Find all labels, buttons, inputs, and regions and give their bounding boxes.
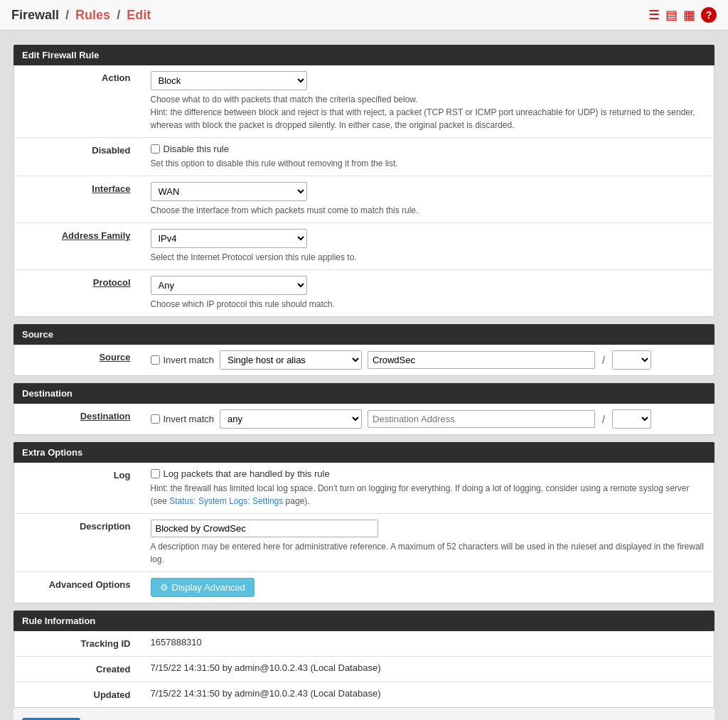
disabled-checkbox[interactable]	[151, 144, 160, 154]
destination-row: Destination Invert match any Single host…	[14, 404, 714, 435]
sliders-icon[interactable]: ☰	[648, 7, 660, 23]
destination-address-input[interactable]	[368, 410, 595, 428]
source-invert-checkbox[interactable]	[151, 355, 160, 365]
log-checkbox[interactable]	[151, 469, 160, 478]
edit-rule-table: Action Block Pass Reject Choose what to …	[14, 65, 714, 317]
destination-controls: Invert match any Single host or alias Ne…	[151, 409, 706, 429]
disabled-hint: Set this option to disable this rule wit…	[151, 157, 706, 170]
destination-cidr-select[interactable]: 8 16 24 32	[612, 409, 651, 429]
protocol-select[interactable]: Any TCP UDP ICMP	[151, 276, 307, 295]
tracking-id-label: Tracking ID	[14, 631, 142, 657]
section-edit-rule: Edit Firewall Rule	[14, 45, 714, 65]
description-hint: A description may be entered here for ad…	[151, 540, 706, 566]
log-hint: Hint: the firewall has limited local log…	[151, 482, 706, 507]
breadcrumb: Firewall / Rules / Edit	[11, 8, 151, 23]
action-hint: Choose what to do with packets that matc…	[151, 93, 706, 131]
destination-value-cell: Invert match any Single host or alias Ne…	[142, 404, 714, 435]
protocol-value-cell: Any TCP UDP ICMP Choose which IP protoco…	[142, 270, 714, 317]
interface-row: Interface WAN LAN Choose the interface f…	[14, 176, 714, 223]
created-label: Created	[14, 657, 142, 682]
protocol-hint: Choose which IP protocol this rule shoul…	[151, 298, 706, 311]
destination-type-select[interactable]: any Single host or alias Network WAN add…	[220, 409, 362, 429]
section-destination: Destination	[14, 383, 714, 404]
destination-invert-label[interactable]: Invert match	[151, 414, 215, 424]
interface-hint: Choose the interface from which packets …	[151, 204, 706, 217]
source-cidr-select[interactable]: 8 16 24 32	[612, 350, 651, 370]
protocol-row: Protocol Any TCP UDP ICMP Choose which I…	[14, 270, 714, 317]
disabled-row: Disabled Disable this rule Set this opti…	[14, 138, 714, 176]
interface-value-cell: WAN LAN Choose the interface from which …	[142, 176, 714, 223]
breadcrumb-rules[interactable]: Rules	[75, 8, 110, 22]
bottom-bar: Save	[14, 708, 714, 720]
top-icons-group: ☰ ▤ ▦ ?	[648, 7, 717, 23]
source-controls: Invert match Single host or alias any Ne…	[151, 350, 706, 370]
address-family-hint: Select the Internet Protocol version thi…	[151, 251, 706, 264]
section-rule-information: Rule Information	[14, 611, 714, 631]
created-value: 7/15/22 14:31:50 by admin@10.0.2.43 (Loc…	[142, 657, 714, 682]
address-family-value-cell: IPv4 IPv6 IPv4+IPv6 Select the Internet …	[142, 223, 714, 270]
log-checkbox-label[interactable]: Log packets that are handled by this rul…	[151, 468, 706, 479]
source-label: Source	[14, 345, 142, 376]
page-content: Edit Firewall Rule Action Block Pass Rej…	[5, 31, 723, 720]
table-icon[interactable]: ▦	[683, 7, 695, 23]
section-extra-options: Extra Options	[14, 442, 714, 463]
destination-slash: /	[602, 414, 605, 425]
updated-value: 7/15/22 14:31:50 by admin@10.0.2.43 (Loc…	[142, 682, 714, 708]
updated-row: Updated 7/15/22 14:31:50 by admin@10.0.2…	[14, 682, 714, 708]
log-value-cell: Log packets that are handled by this rul…	[142, 463, 714, 514]
updated-label: Updated	[14, 682, 142, 708]
interface-label: Interface	[14, 176, 142, 223]
destination-label: Destination	[14, 404, 142, 435]
description-input[interactable]	[151, 520, 378, 537]
source-row: Source Invert match Single host or alias…	[14, 345, 714, 376]
breadcrumb-current: Edit	[127, 8, 151, 22]
extra-options-table: Log Log packets that are handled by this…	[14, 463, 714, 603]
breadcrumb-root: Firewall	[11, 8, 59, 22]
disabled-checkbox-label[interactable]: Disable this rule	[151, 144, 706, 154]
destination-table: Destination Invert match any Single host…	[14, 404, 714, 435]
action-row: Action Block Pass Reject Choose what to …	[14, 65, 714, 138]
protocol-label: Protocol	[14, 270, 142, 317]
gear-icon	[160, 582, 168, 593]
advanced-options-value-cell: Display Advanced	[142, 572, 714, 603]
log-hint-link[interactable]: Status: System Logs: Settings	[169, 496, 283, 506]
description-row: Description A description may be entered…	[14, 514, 714, 572]
created-row: Created 7/15/22 14:31:50 by admin@10.0.2…	[14, 657, 714, 682]
source-table: Source Invert match Single host or alias…	[14, 345, 714, 376]
breadcrumb-sep2: /	[117, 8, 120, 22]
chart-icon[interactable]: ▤	[665, 7, 678, 23]
action-select[interactable]: Block Pass Reject	[151, 71, 307, 90]
section-source: Source	[14, 324, 714, 345]
advanced-options-row: Advanced Options Display Advanced	[14, 572, 714, 603]
help-icon[interactable]: ?	[701, 7, 717, 23]
log-row: Log Log packets that are handled by this…	[14, 463, 714, 514]
source-invert-label[interactable]: Invert match	[151, 355, 215, 365]
tracking-id-row: Tracking ID 1657888310	[14, 631, 714, 657]
breadcrumb-sep1: /	[65, 8, 69, 22]
source-slash: /	[602, 355, 605, 366]
disabled-label: Disabled	[14, 138, 142, 176]
address-family-label: Address Family	[14, 223, 142, 270]
action-value-cell: Block Pass Reject Choose what to do with…	[142, 65, 714, 138]
action-label: Action	[14, 65, 142, 138]
source-address-input[interactable]	[368, 351, 595, 369]
display-advanced-button[interactable]: Display Advanced	[151, 578, 255, 597]
source-value-cell: Invert match Single host or alias any Ne…	[142, 345, 714, 376]
description-label: Description	[14, 514, 142, 572]
address-family-select[interactable]: IPv4 IPv6 IPv4+IPv6	[151, 229, 307, 248]
top-bar: Firewall / Rules / Edit ☰ ▤ ▦ ?	[0, 0, 728, 31]
interface-select[interactable]: WAN LAN	[151, 182, 307, 201]
disabled-value-cell: Disable this rule Set this option to dis…	[142, 138, 714, 176]
destination-invert-checkbox[interactable]	[151, 414, 160, 424]
rule-information-table: Tracking ID 1657888310 Created 7/15/22 1…	[14, 631, 714, 708]
log-label: Log	[14, 463, 142, 514]
advanced-options-label: Advanced Options	[14, 572, 142, 603]
tracking-id-value: 1657888310	[142, 631, 714, 657]
address-family-row: Address Family IPv4 IPv6 IPv4+IPv6 Selec…	[14, 223, 714, 270]
description-value-cell: A description may be entered here for ad…	[142, 514, 714, 572]
source-type-select[interactable]: Single host or alias any Network WAN add…	[220, 350, 362, 370]
